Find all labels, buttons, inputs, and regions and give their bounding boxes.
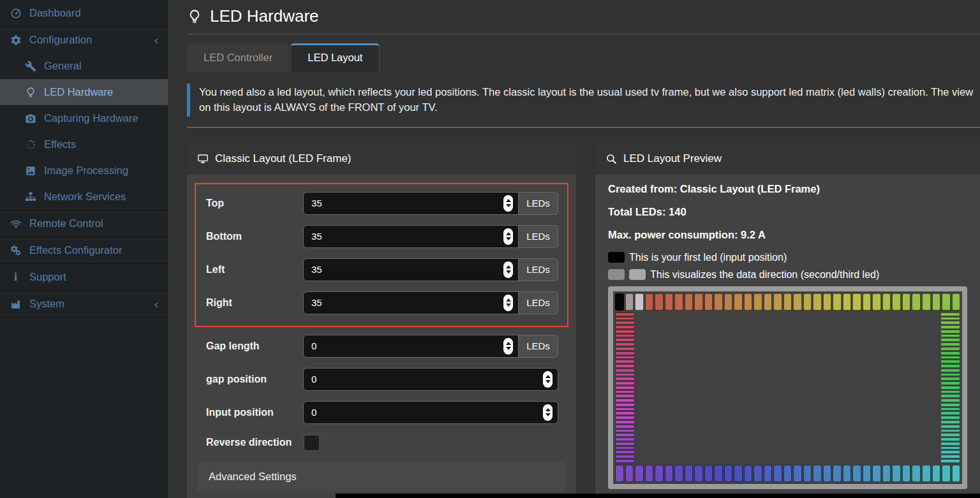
right-input[interactable]	[303, 291, 519, 314]
sidebar-item-image-processing[interactable]: Image Processing	[0, 157, 168, 184]
led-cell	[615, 446, 635, 450]
sidebar-item-label: Configuration	[29, 34, 92, 46]
number-stepper[interactable]	[503, 295, 513, 311]
number-stepper[interactable]	[503, 228, 513, 245]
led-cell	[940, 360, 960, 363]
sidebar-item-remote-control[interactable]: Remote Control	[0, 210, 168, 237]
led-cell	[940, 437, 960, 441]
reverse-direction-checkbox[interactable]	[303, 434, 320, 451]
leds-suffix: LEDs	[519, 225, 558, 248]
led-cell	[952, 293, 961, 311]
led-cell	[940, 425, 960, 428]
preview-title: LED Layout Preview	[623, 152, 722, 165]
info-note: You need also a led layout, which reflec…	[187, 84, 978, 117]
tab-led-layout[interactable]: LED Layout	[290, 43, 380, 72]
gap-position-input[interactable]	[303, 368, 558, 391]
led-cell	[882, 293, 891, 311]
led-cell	[940, 442, 960, 446]
led-cell	[615, 347, 635, 351]
led-cell	[615, 377, 635, 381]
led-cell	[823, 293, 832, 311]
power-consumption-text: Max. power consumption: 9.2 A	[608, 229, 967, 241]
led-cell	[940, 403, 960, 407]
sidebar-item-label: Network Services	[44, 191, 126, 203]
led-cell	[615, 425, 635, 428]
led-cell	[940, 420, 960, 424]
number-stepper[interactable]	[503, 338, 513, 355]
led-cell	[940, 321, 960, 325]
input-position-label: Input position	[202, 407, 303, 418]
sidebar-item-dashboard[interactable]: Dashboard	[0, 0, 168, 26]
led-cell	[615, 459, 635, 463]
led-cell	[615, 338, 635, 342]
gap-position-label: gap position	[202, 374, 303, 385]
sidebar-item-support[interactable]: i Support	[0, 264, 168, 290]
led-cell	[674, 293, 683, 311]
led-cell	[940, 429, 960, 433]
led-cell	[940, 369, 960, 372]
wrench-icon	[24, 60, 36, 72]
leds-suffix: LEDs	[519, 258, 558, 281]
reverse-direction-label: Reverse direction	[202, 437, 303, 448]
led-cell	[793, 465, 802, 482]
classic-layout-body: Top LEDs Bottom	[187, 174, 576, 492]
led-cell	[863, 293, 872, 311]
led-cell	[635, 293, 644, 311]
led-cell	[615, 465, 624, 482]
tab-led-controller[interactable]: LED Controller	[187, 43, 289, 72]
led-cell	[872, 465, 881, 482]
input-position-input[interactable]	[303, 401, 558, 424]
bottom-input[interactable]	[303, 225, 519, 248]
chevron-left-icon[interactable]: ‹	[154, 298, 158, 310]
led-cell	[615, 403, 635, 407]
sidebar-item-label: Image Processing	[44, 165, 128, 177]
chevron-left-icon[interactable]: ‹	[154, 34, 158, 46]
led-cell	[803, 293, 812, 311]
legend-direction-text: This visualizes the data direction (seco…	[650, 269, 879, 281]
sidebar-item-capturing-hardware[interactable]: Capturing Hardware	[0, 105, 168, 131]
led-cell	[773, 465, 782, 482]
led-cell	[615, 381, 635, 385]
led-cell	[932, 465, 941, 482]
led-cell	[940, 433, 960, 437]
led-column-right	[940, 312, 960, 463]
sidebar-item-network-services[interactable]: Network Services	[0, 184, 168, 210]
content-row: Classic Layout (LED Frame) Top LEDs	[187, 144, 980, 498]
led-cell	[645, 465, 654, 482]
sidebar-item-system[interactable]: System ‹	[0, 291, 168, 317]
top-input[interactable]	[303, 192, 519, 215]
sidebar-divider	[0, 317, 168, 318]
form-row-right: Right LEDs	[202, 291, 561, 314]
sidebar-item-label: Dashboard	[29, 7, 81, 19]
number-stepper[interactable]	[543, 371, 553, 388]
led-cell	[940, 325, 960, 329]
legend-data-direction: This visualizes the data direction (seco…	[608, 269, 967, 281]
sidebar-item-general[interactable]: General	[0, 53, 168, 79]
led-cell	[940, 312, 960, 316]
lightbulb-icon	[187, 9, 202, 24]
gap-length-input[interactable]	[303, 335, 519, 358]
led-cell	[724, 293, 733, 311]
classic-layout-panel: Classic Layout (LED Frame) Top LEDs	[187, 144, 576, 498]
number-stepper[interactable]	[503, 261, 513, 278]
left-input[interactable]	[303, 258, 519, 281]
sidebar-item-effects[interactable]: Effects	[0, 131, 168, 157]
form-row-input-position: Input position	[195, 401, 568, 424]
led-cell	[615, 342, 635, 346]
number-stepper[interactable]	[543, 404, 553, 421]
sidebar-item-configuration[interactable]: Configuration ‹	[0, 27, 168, 53]
led-cell	[902, 465, 911, 482]
led-cell	[744, 293, 753, 311]
preview-panel-header: LED Layout Preview	[595, 144, 980, 174]
number-stepper[interactable]	[503, 195, 513, 212]
led-cell	[813, 293, 822, 311]
led-cell	[665, 465, 674, 482]
sidebar-item-effects-configurator[interactable]: Effects Configurator	[0, 237, 168, 263]
led-cell	[615, 420, 635, 424]
led-cell	[922, 465, 931, 482]
leds-suffix: LEDs	[519, 335, 558, 358]
sidebar-item-label: Remote Control	[29, 217, 103, 230]
sidebar-item-led-hardware[interactable]: LED Hardware	[0, 79, 168, 105]
advanced-settings-toggle[interactable]: Advanced Settings	[197, 462, 566, 492]
led-cell	[615, 360, 635, 363]
